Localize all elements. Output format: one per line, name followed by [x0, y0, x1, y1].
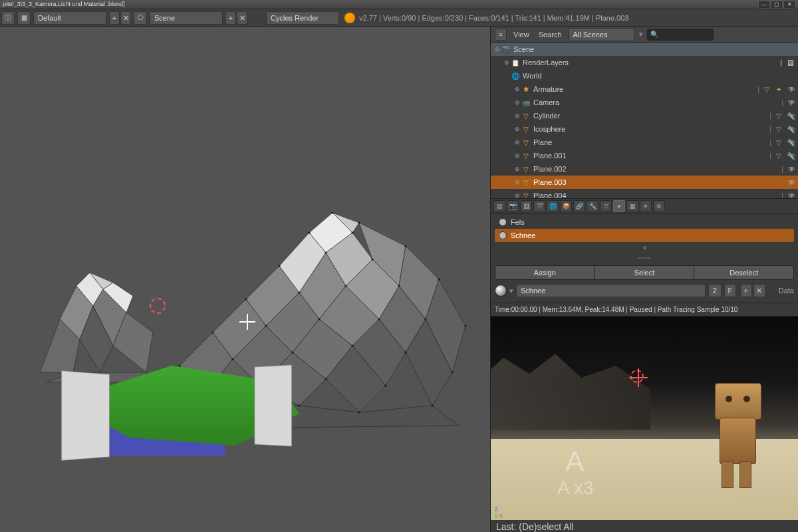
- render-status-bar: Time:00:00.00 | Mem:13.64M, Peak:14.48M …: [491, 303, 798, 317]
- svg-point-35: [245, 298, 247, 300]
- editor-type-icon[interactable]: ⓘ: [1, 11, 15, 25]
- svg-point-33: [178, 364, 180, 366]
- render-engine-dropdown[interactable]: Cycles Render: [266, 11, 339, 25]
- tab-particles[interactable]: ✶: [640, 200, 652, 212]
- material-panel: FelsSchnee ⋄ ━━━ Assign Select Deselect …: [491, 214, 798, 303]
- visibility-eye-icon[interactable]: 👁: [789, 126, 795, 133]
- outliner-scene-row[interactable]: ⊖ 🎬 Scene: [491, 43, 798, 56]
- panel-drag-handle[interactable]: ━━━: [495, 253, 794, 263]
- object-type-icon: ▽: [521, 138, 531, 147]
- mesh-data-icon: ▽: [774, 138, 783, 147]
- material-slot-list[interactable]: FelsSchnee: [495, 215, 794, 242]
- list-options-icon[interactable]: ⋄: [495, 242, 794, 253]
- outliner-item-plane-002[interactable]: ⊕▽Plane.002|▽👁: [491, 162, 798, 176]
- outliner-renderlayers-row[interactable]: ⊕ 📋 RenderLayers | 🖼: [491, 56, 798, 69]
- visibility-eye-icon[interactable]: 👁: [789, 139, 795, 146]
- layout-add-button[interactable]: +: [109, 11, 120, 25]
- material-deselect-button[interactable]: Deselect: [694, 266, 793, 279]
- svg-point-55: [404, 245, 406, 247]
- tab-material[interactable]: ●: [613, 200, 625, 212]
- scene-add-button[interactable]: +: [225, 11, 236, 25]
- outliner-item-plane-004[interactable]: ⊕▽Plane.004|▽👁: [491, 189, 798, 198]
- svg-point-59: [384, 384, 386, 386]
- outliner-item-plane[interactable]: ⊕▽Plane|▽🔧👁: [491, 136, 798, 149]
- search-icon: 🔍: [650, 31, 658, 38]
- window-menu-icon[interactable]: ▦: [17, 11, 31, 25]
- tab-object[interactable]: 📦: [560, 200, 572, 212]
- svg-point-63: [358, 411, 360, 413]
- outliner-item-camera[interactable]: ⊕📹Camera|▽👁: [491, 96, 798, 109]
- outliner-search-menu[interactable]: Search: [536, 31, 565, 39]
- object-type-icon: ▽: [521, 111, 531, 120]
- tab-texture[interactable]: ▦: [626, 200, 638, 212]
- tab-scene[interactable]: 🎬: [533, 200, 545, 212]
- screen-layout-dropdown[interactable]: Default: [33, 11, 106, 25]
- viewport-keypress-overlay: A A x3: [557, 446, 593, 499]
- svg-point-37: [308, 231, 310, 233]
- scene-browse-icon[interactable]: ⎔: [134, 11, 147, 25]
- outliner-item-cylinder[interactable]: ⊕▽Cylinder|▽🔧👁: [491, 109, 798, 122]
- mesh-data-icon: ▽: [774, 151, 783, 160]
- maximize-button[interactable]: ▢: [771, 1, 783, 9]
- tab-render[interactable]: 📷: [507, 200, 519, 212]
- outliner-world-row[interactable]: 🌐 World: [491, 69, 798, 82]
- 3d-viewport[interactable]: [0, 27, 491, 532]
- outliner-panel[interactable]: ⊖ 🎬 Scene ⊕ 📋 RenderLayers | 🖼 🌐 World ⊕…: [491, 43, 798, 198]
- visibility-eye-icon[interactable]: 👁: [789, 112, 795, 120]
- minimize-button[interactable]: —: [758, 1, 770, 9]
- visibility-eye-icon[interactable]: 👁: [789, 86, 795, 93]
- tab-data[interactable]: ▽: [600, 200, 612, 212]
- material-select-button[interactable]: Select: [595, 266, 695, 279]
- svg-point-51: [398, 285, 400, 287]
- material-swatch-icon: [499, 231, 507, 239]
- material-swatch-icon: [499, 218, 507, 226]
- svg-point-53: [351, 344, 353, 346]
- tab-physics[interactable]: ⊚: [653, 200, 665, 212]
- outliner-view-menu[interactable]: View: [511, 31, 532, 39]
- tab-modifiers[interactable]: 🔧: [587, 200, 598, 212]
- object-type-icon: ▽: [521, 124, 531, 134]
- outliner-editor-icon[interactable]: ≡: [495, 29, 507, 41]
- visibility-eye-icon[interactable]: 👁: [789, 152, 795, 160]
- scene-dropdown[interactable]: Scene: [150, 11, 223, 25]
- tab-renderlayers[interactable]: 🖼: [520, 200, 532, 212]
- rendered-viewport[interactable]: A A x3 zy x (56) Plane.003 Last: (De)sel…: [491, 317, 798, 532]
- object-type-icon: ▽: [521, 164, 531, 174]
- outliner-display-mode[interactable]: All Scenes: [569, 28, 635, 41]
- material-slot-schnee[interactable]: Schnee: [495, 229, 794, 242]
- visibility-eye-icon[interactable]: 👁: [789, 179, 795, 186]
- material-unlink-button[interactable]: ✕: [753, 284, 765, 297]
- close-button[interactable]: ✕: [783, 1, 795, 9]
- properties-editor-icon[interactable]: ▤: [493, 200, 505, 212]
- outliner-item-icosphere[interactable]: ⊕▽Icosphere|▽🔧👁: [491, 122, 798, 136]
- mesh-plane-right: [255, 364, 292, 446]
- tab-constraints[interactable]: 🔗: [573, 200, 585, 212]
- material-preview-icon[interactable]: [495, 285, 507, 297]
- visibility-eye-icon[interactable]: 👁: [789, 192, 795, 199]
- tab-world[interactable]: 🌐: [547, 200, 559, 212]
- svg-point-46: [371, 258, 373, 260]
- mesh-data-icon: ▽: [762, 84, 771, 94]
- material-user-count[interactable]: 2: [708, 284, 722, 297]
- window-titlebar: pitel_3\3_3_Kamera,Licht und Material .b…: [0, 0, 798, 9]
- svg-point-57: [424, 318, 426, 320]
- properties-tabs: ▤ 📷 🖼 🎬 🌐 📦 🔗 🔧 ▽ ● ▦ ✶ ⊚: [491, 198, 798, 214]
- visibility-eye-icon[interactable]: 👁: [789, 99, 795, 106]
- outliner-item-armature[interactable]: ⊕✱Armature|▽✦▽👁: [491, 82, 798, 96]
- material-fakeuser-button[interactable]: F: [724, 284, 736, 297]
- material-slot-fels[interactable]: Fels: [495, 215, 794, 229]
- object-type-icon: ✱: [521, 84, 531, 94]
- svg-point-41: [325, 251, 327, 253]
- scene-delete-button[interactable]: ✕: [237, 11, 247, 25]
- visibility-eye-icon[interactable]: 👁: [789, 166, 795, 173]
- object-type-icon: ▽: [521, 178, 531, 187]
- material-name-field[interactable]: Schnee: [516, 284, 706, 297]
- material-assign-button[interactable]: Assign: [495, 266, 595, 279]
- layout-delete-button[interactable]: ✕: [120, 11, 131, 25]
- outliner-item-plane-001[interactable]: ⊕▽Plane.001|▽🔧👁: [491, 149, 798, 162]
- outliner-header: ≡ View Search All Scenes ▾ 🔍: [491, 27, 798, 43]
- outliner-search-input[interactable]: 🔍: [647, 29, 714, 41]
- outliner-item-plane-003[interactable]: ⊕▽Plane.003|▽👁: [491, 176, 798, 189]
- material-new-button[interactable]: +: [740, 284, 752, 297]
- world-icon: 🌐: [511, 71, 520, 80]
